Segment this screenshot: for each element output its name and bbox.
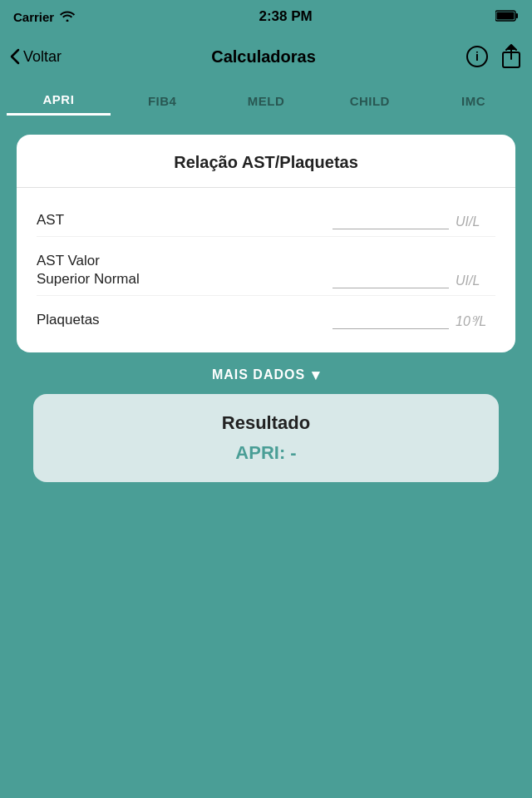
back-label: Voltar: [23, 48, 62, 66]
mais-dados-button[interactable]: MAIS DADOS ▾: [17, 352, 515, 394]
ast-input-area: UI/L: [332, 212, 495, 229]
tab-fib4[interactable]: FIB4: [111, 87, 214, 115]
ast-normal-input-area: UI/L: [332, 271, 495, 288]
result-number: -: [290, 442, 296, 463]
wifi-icon: [59, 10, 76, 24]
plaquetas-input[interactable]: [332, 312, 449, 329]
tab-child[interactable]: CHILD: [318, 87, 421, 115]
card-title: Relação AST/Plaquetas: [17, 135, 515, 188]
plaquetas-label: Plaquetas: [37, 311, 332, 329]
plaquetas-field-row: Plaquetas 10⁹/L: [37, 296, 495, 336]
result-title: Resultado: [50, 412, 482, 434]
status-bar-time: 2:38 PM: [259, 8, 312, 25]
nav-bar: Voltar Calculadoras i: [0, 33, 532, 80]
nav-actions: i: [466, 44, 522, 69]
tab-meld[interactable]: MELD: [214, 87, 318, 115]
main-content: Relação AST/Plaquetas AST UI/L AST Valor…: [0, 121, 532, 495]
svg-rect-2: [496, 12, 514, 19]
ast-input[interactable]: [332, 212, 449, 229]
ast-unit: UI/L: [456, 214, 495, 229]
ast-normal-field-row: AST ValorSuperior Normal UI/L: [37, 237, 495, 296]
nav-title: Calculadoras: [211, 47, 316, 66]
card-fields: AST UI/L AST ValorSuperior Normal UI/L P…: [17, 188, 515, 352]
info-button[interactable]: i: [466, 45, 489, 68]
tab-apri[interactable]: APRI: [7, 86, 111, 116]
back-button[interactable]: Voltar: [10, 48, 62, 66]
carrier-label: Carrier: [13, 10, 54, 24]
svg-text:i: i: [475, 50, 479, 63]
calculator-card: Relação AST/Plaquetas AST UI/L AST Valor…: [17, 135, 515, 352]
plaquetas-input-area: 10⁹/L: [332, 312, 495, 329]
ast-normal-input[interactable]: [332, 271, 449, 288]
svg-rect-1: [515, 13, 518, 18]
ast-normal-label: AST ValorSuperior Normal: [37, 252, 332, 288]
battery-icon: [495, 10, 519, 24]
share-button[interactable]: [500, 44, 522, 69]
status-bar-left: Carrier: [13, 10, 76, 24]
result-card: Resultado APRI: -: [33, 394, 499, 482]
plaquetas-unit: 10⁹/L: [456, 313, 495, 329]
tab-imc[interactable]: IMC: [421, 87, 525, 115]
ast-label: AST: [37, 211, 332, 229]
ast-field-row: AST UI/L: [37, 196, 495, 237]
status-bar: Carrier 2:38 PM: [0, 0, 532, 33]
result-value: APRI: -: [50, 442, 482, 464]
mais-dados-label: MAIS DADOS: [212, 367, 305, 382]
chevron-down-icon: ▾: [312, 367, 320, 382]
result-label: APRI:: [235, 442, 285, 463]
status-bar-right: [495, 10, 519, 24]
tab-bar: APRI FIB4 MELD CHILD IMC: [0, 80, 532, 121]
ast-normal-unit: UI/L: [456, 273, 495, 288]
